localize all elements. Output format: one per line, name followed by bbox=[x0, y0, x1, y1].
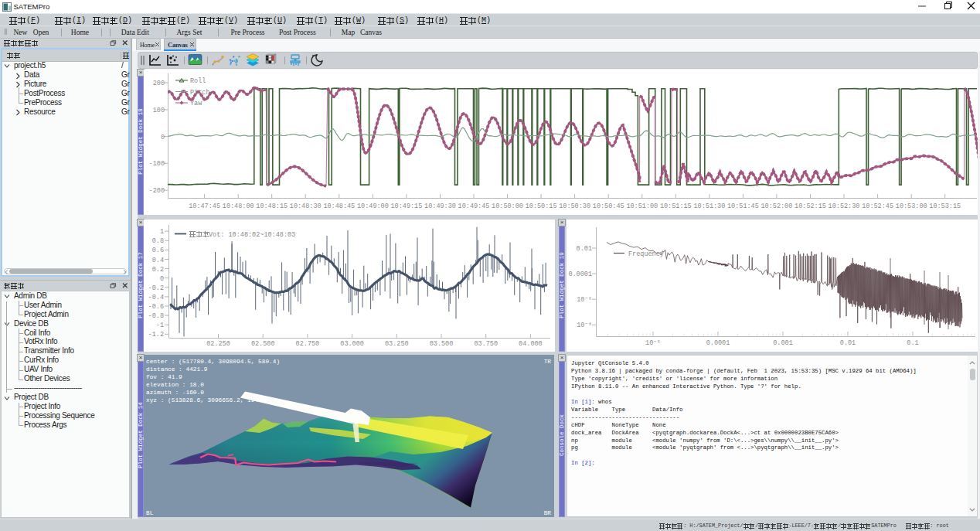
svg-text:elevation : 18.0: elevation : 18.0 bbox=[146, 382, 204, 388]
svg-text:10:48:30: 10:48:30 bbox=[290, 203, 322, 210]
svg-text:10:52:45: 10:52:45 bbox=[862, 203, 893, 210]
svg-text:0: 0 bbox=[161, 134, 165, 141]
svg-text:03.000: 03.000 bbox=[340, 340, 364, 348]
svg-text:-1.2: -1.2 bbox=[148, 331, 164, 339]
svg-text:10:49:15: 10:49:15 bbox=[390, 203, 422, 210]
svg-text:-0.6: -0.6 bbox=[148, 303, 164, 311]
svg-text:10:51:45: 10:51:45 bbox=[727, 203, 759, 210]
svg-text:10:49:00: 10:49:00 bbox=[357, 203, 389, 210]
svg-text:0.0001: 0.0001 bbox=[568, 271, 592, 278]
svg-text:10:52:00: 10:52:00 bbox=[761, 203, 792, 210]
svg-text:0.2: 0.2 bbox=[152, 266, 164, 274]
svg-text:Pitch: Pitch bbox=[190, 89, 210, 97]
svg-text:03.750: 03.750 bbox=[474, 340, 498, 348]
svg-text:-0.8: -0.8 bbox=[148, 312, 164, 320]
svg-text:10:52:15: 10:52:15 bbox=[795, 203, 826, 210]
svg-text:10:51:15: 10:51:15 bbox=[660, 203, 692, 210]
svg-text:10⁻⁶: 10⁻⁶ bbox=[577, 296, 592, 304]
svg-text:10:50:15: 10:50:15 bbox=[526, 203, 557, 210]
svg-text:03.500: 03.500 bbox=[430, 340, 454, 348]
svg-text:10:50:45: 10:50:45 bbox=[593, 203, 624, 210]
svg-text:xyz : (513828.6, 3096656.2, 19: xyz : (513828.6, 3096656.2, 1946.8) bbox=[146, 397, 273, 403]
svg-text:0.01: 0.01 bbox=[840, 339, 856, 347]
svg-text:Roll: Roll bbox=[190, 77, 206, 85]
svg-text:10:48:00: 10:48:00 bbox=[223, 203, 254, 210]
svg-text:Yaw: Yaw bbox=[190, 100, 202, 107]
svg-text:10:51:00: 10:51:00 bbox=[626, 203, 658, 210]
svg-text:BL: BL bbox=[146, 510, 154, 516]
svg-text:-200: -200 bbox=[149, 187, 165, 195]
svg-text:10:53:00: 10:53:00 bbox=[896, 203, 927, 210]
svg-text:0: 0 bbox=[160, 275, 164, 283]
svg-text:02.250: 02.250 bbox=[206, 340, 230, 348]
svg-text:10:49:45: 10:49:45 bbox=[458, 203, 490, 210]
svg-text:200: 200 bbox=[153, 80, 165, 87]
svg-text:10:48:15: 10:48:15 bbox=[256, 203, 288, 210]
svg-text:0.8: 0.8 bbox=[152, 237, 164, 245]
svg-text:0.1: 0.1 bbox=[907, 339, 918, 347]
svg-text:10:47:45: 10:47:45 bbox=[189, 203, 220, 210]
svg-text:10:50:00: 10:50:00 bbox=[492, 203, 523, 210]
svg-text:10⁻⁸: 10⁻⁸ bbox=[577, 322, 592, 329]
svg-text:TR: TR bbox=[544, 359, 552, 365]
svg-text:0.01: 0.01 bbox=[577, 245, 592, 253]
svg-text:-0.2: -0.2 bbox=[148, 284, 164, 292]
svg-text:0.001: 0.001 bbox=[773, 339, 793, 347]
svg-text:Vot: 10:48:02~10:48:03: Vot: 10:48:02~10:48:03 bbox=[209, 231, 295, 239]
svg-text:-0.4: -0.4 bbox=[148, 294, 164, 301]
svg-text:10⁻⁵: 10⁻⁵ bbox=[645, 339, 661, 347]
svg-text:-100: -100 bbox=[149, 160, 165, 168]
svg-text:02.500: 02.500 bbox=[251, 340, 275, 348]
svg-text:10:48:45: 10:48:45 bbox=[323, 203, 355, 210]
svg-text:0.6: 0.6 bbox=[152, 247, 164, 254]
svg-text:10:49:30: 10:49:30 bbox=[424, 203, 456, 210]
svg-text:1: 1 bbox=[160, 228, 164, 236]
svg-text:azimuth : -160.0: azimuth : -160.0 bbox=[146, 390, 204, 396]
svg-text:10:52:30: 10:52:30 bbox=[829, 203, 860, 210]
svg-text:distance : 4421.9: distance : 4421.9 bbox=[146, 366, 208, 373]
svg-text:10:51:30: 10:51:30 bbox=[693, 203, 725, 210]
svg-text:100: 100 bbox=[153, 107, 165, 114]
svg-text:04.000: 04.000 bbox=[519, 340, 543, 348]
svg-text:02.750: 02.750 bbox=[296, 340, 320, 348]
svg-text:0.4: 0.4 bbox=[152, 257, 164, 264]
svg-text:fov : 41.9: fov : 41.9 bbox=[146, 374, 182, 380]
svg-text:0.0001: 0.0001 bbox=[706, 339, 730, 347]
svg-text:BR: BR bbox=[544, 510, 552, 516]
svg-text:10:53:15: 10:53:15 bbox=[929, 203, 961, 210]
svg-text:-1: -1 bbox=[156, 322, 164, 329]
svg-text:Frequency: Frequency bbox=[628, 250, 664, 258]
svg-text:center : (517780.4, 3098094.5,: center : (517780.4, 3098094.5, 580.4) bbox=[146, 359, 280, 365]
svg-text:03.250: 03.250 bbox=[385, 340, 409, 348]
svg-text:10:50:30: 10:50:30 bbox=[559, 203, 590, 210]
